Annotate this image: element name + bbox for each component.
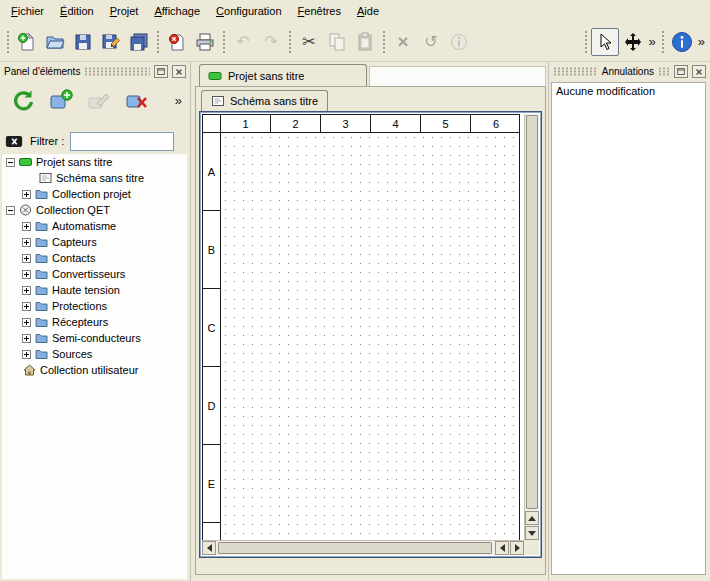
menu-configuration[interactable]: Configuration	[208, 1, 289, 21]
menu-fenetres[interactable]: Fenêtres	[290, 1, 349, 21]
scroll-left-button[interactable]	[202, 541, 216, 555]
delete-button[interactable]: ×	[389, 28, 417, 56]
save-all-button[interactable]	[125, 28, 153, 56]
expand-expander-icon[interactable]	[22, 190, 31, 199]
tree-item-protections[interactable]: Protections	[2, 298, 187, 314]
tab-schema-sans-titre[interactable]: Schéma sans titre	[201, 90, 328, 111]
tree-item-collection-utilisateur[interactable]: Collection utilisateur	[2, 362, 187, 378]
undo-panel-titlebar[interactable]: Annulations	[551, 64, 708, 79]
menu-edition[interactable]: Édition	[52, 1, 102, 21]
close-panel-button[interactable]	[172, 65, 186, 78]
expand-expander-icon[interactable]	[22, 222, 31, 231]
tree-item-convertisseurs[interactable]: Convertisseurs	[2, 266, 187, 282]
tree-item-schema[interactable]: Schéma sans titre	[2, 170, 187, 186]
rotate-icon: ↺	[424, 34, 437, 50]
tab-projet-sans-titre[interactable]: Projet sans titre	[199, 64, 367, 86]
close-icon	[174, 67, 184, 77]
help-toolbar-overflow-button[interactable]: »	[696, 34, 707, 49]
dock-grip[interactable]	[84, 67, 150, 76]
expand-expander-icon[interactable]	[22, 334, 31, 343]
horizontal-scrollbar-thumb[interactable]	[218, 542, 492, 554]
edit-element-button[interactable]	[84, 85, 114, 115]
column-header: 5	[421, 115, 471, 132]
tree-item-recepteurs[interactable]: Récepteurs	[2, 314, 187, 330]
toolbar-grip[interactable]	[6, 30, 10, 54]
clear-filter-button[interactable]	[4, 131, 24, 151]
help-button[interactable]	[668, 28, 696, 56]
elements-panel-titlebar[interactable]: Panel d'éléments	[2, 64, 188, 79]
panel-toolbar-overflow-button[interactable]: »	[173, 93, 184, 108]
folder-icon	[35, 252, 48, 264]
collapse-expander-icon[interactable]	[6, 206, 15, 215]
reload-collections-button[interactable]	[8, 85, 38, 115]
dock-grip[interactable]	[658, 67, 670, 76]
toolbar-overflow-button[interactable]: »	[647, 34, 658, 49]
open-project-button[interactable]	[41, 28, 69, 56]
expand-expander-icon[interactable]	[22, 238, 31, 247]
tree-item-collection-qet[interactable]: Collection QET	[2, 202, 187, 218]
float-panel-button[interactable]	[674, 65, 688, 78]
menu-affichage[interactable]: Affichage	[146, 1, 208, 21]
toolbar-grip[interactable]	[156, 30, 160, 54]
menu-projet[interactable]: Projet	[102, 1, 147, 21]
save-as-button[interactable]	[97, 28, 125, 56]
tree-item-collection-projet[interactable]: Collection projet	[2, 186, 187, 202]
toolbar-grip[interactable]	[288, 30, 292, 54]
horizontal-scrollbar[interactable]	[202, 540, 524, 555]
tree-item-capteurs[interactable]: Capteurs	[2, 234, 187, 250]
paste-button[interactable]	[351, 28, 379, 56]
undo-history-list[interactable]: Aucune modification	[551, 82, 706, 575]
tree-item-sources[interactable]: Sources	[2, 346, 187, 362]
menu-aide[interactable]: Aide	[349, 1, 387, 21]
toolbar-grip[interactable]	[222, 30, 226, 54]
tree-item-label: Convertisseurs	[52, 268, 125, 280]
scroll-down-button[interactable]	[525, 526, 539, 540]
select-tool-button[interactable]	[591, 28, 619, 56]
expand-expander-icon[interactable]	[22, 318, 31, 327]
menu-fichier[interactable]: Fichier	[3, 1, 52, 21]
collapse-expander-icon[interactable]	[6, 158, 15, 167]
expand-expander-icon[interactable]	[22, 302, 31, 311]
scroll-right-button[interactable]	[510, 541, 524, 555]
info-button[interactable]	[445, 28, 473, 56]
expand-expander-icon[interactable]	[22, 350, 31, 359]
float-panel-button[interactable]	[154, 65, 168, 78]
redo-button[interactable]: ↷	[257, 28, 285, 56]
copy-button[interactable]	[323, 28, 351, 56]
expand-expander-icon[interactable]	[22, 286, 31, 295]
diagram-viewport[interactable]: 1 2 3 4 5 6 A B C D E	[202, 114, 524, 540]
tree-item-semi-conducteurs[interactable]: Semi-conducteurs	[2, 330, 187, 346]
undo-icon: ↶	[236, 34, 249, 50]
tree-item-automatisme[interactable]: Automatisme	[2, 218, 187, 234]
toolbar-grip[interactable]	[584, 30, 588, 54]
expand-expander-icon[interactable]	[22, 254, 31, 263]
project-icon	[208, 70, 222, 82]
schema-tab-label: Schéma sans titre	[230, 95, 318, 107]
vertical-scrollbar-thumb[interactable]	[526, 115, 538, 509]
delete-element-button[interactable]	[122, 85, 152, 115]
expand-expander-icon[interactable]	[22, 270, 31, 279]
tree-item-contacts[interactable]: Contacts	[2, 250, 187, 266]
new-element-button[interactable]	[46, 85, 76, 115]
toolbar-grip[interactable]	[661, 30, 665, 54]
move-tool-button[interactable]	[619, 28, 647, 56]
close-panel-button[interactable]	[692, 65, 706, 78]
scroll-left-button-2[interactable]	[495, 541, 509, 555]
float-icon	[156, 67, 166, 77]
filter-input[interactable]	[70, 132, 174, 151]
tree-item-haute-tension[interactable]: Haute tension	[2, 282, 187, 298]
diagram-canvas[interactable]: 1 2 3 4 5 6 A B C D E	[202, 114, 520, 540]
save-button[interactable]	[69, 28, 97, 56]
tree-item-project[interactable]: Projet sans titre	[2, 154, 187, 170]
new-document-button[interactable]	[13, 28, 41, 56]
toolbar-grip[interactable]	[382, 30, 386, 54]
print-button[interactable]	[191, 28, 219, 56]
tree-item-label: Automatisme	[52, 220, 116, 232]
scroll-up-button[interactable]	[525, 511, 539, 525]
close-project-button[interactable]	[163, 28, 191, 56]
cut-button[interactable]: ✂	[295, 28, 323, 56]
rotate-button[interactable]: ↺	[417, 28, 445, 56]
undo-button[interactable]: ↶	[229, 28, 257, 56]
vertical-scrollbar[interactable]	[524, 114, 539, 540]
dock-grip[interactable]	[553, 67, 598, 76]
